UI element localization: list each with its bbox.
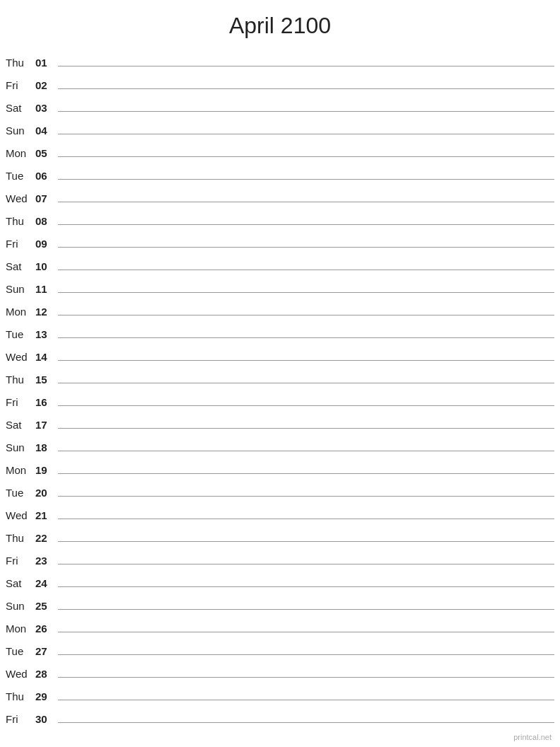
day-number: 06 — [35, 170, 55, 182]
day-line — [58, 722, 554, 723]
day-row: Thu22 — [6, 523, 554, 545]
day-number: 14 — [35, 351, 55, 363]
day-line — [58, 451, 554, 451]
page-title: April 2100 — [0, 0, 560, 47]
day-row: Mon12 — [6, 296, 554, 319]
day-row: Fri23 — [6, 545, 554, 568]
day-number: 05 — [35, 147, 55, 159]
day-line — [58, 428, 554, 429]
day-number: 17 — [35, 419, 55, 431]
day-row: Wed21 — [6, 500, 554, 523]
day-line — [58, 179, 554, 180]
day-row: Wed07 — [6, 183, 554, 206]
day-row: Wed14 — [6, 342, 554, 364]
day-number: 07 — [35, 192, 55, 204]
day-number: 15 — [35, 374, 55, 386]
day-line — [58, 360, 554, 361]
day-name: Sat — [6, 102, 35, 114]
calendar-rows: Thu01Fri02Sat03Sun04Mon05Tue06Wed07Thu08… — [0, 47, 560, 726]
day-row: Thu01 — [6, 47, 554, 70]
day-line — [58, 88, 554, 89]
day-name: Mon — [6, 306, 35, 318]
day-number: 10 — [35, 260, 55, 272]
day-row: Fri09 — [6, 228, 554, 251]
day-name: Wed — [6, 192, 35, 204]
day-row: Sun04 — [6, 115, 554, 138]
day-row: Sat10 — [6, 251, 554, 274]
day-number: 29 — [35, 690, 55, 702]
day-row: Fri30 — [6, 704, 554, 726]
day-name: Sat — [6, 260, 35, 272]
day-line — [58, 224, 554, 225]
day-line — [58, 247, 554, 248]
day-row: Fri16 — [6, 387, 554, 410]
day-number: 21 — [35, 509, 55, 521]
day-line — [58, 111, 554, 112]
day-row: Tue20 — [6, 477, 554, 500]
day-name: Thu — [6, 57, 35, 69]
day-row: Thu29 — [6, 681, 554, 704]
day-number: 02 — [35, 79, 55, 91]
day-number: 08 — [35, 215, 55, 227]
day-line — [58, 700, 554, 700]
day-line — [58, 315, 554, 315]
day-number: 09 — [35, 238, 55, 250]
day-row: Sat24 — [6, 568, 554, 591]
day-line — [58, 134, 554, 134]
day-row: Mon05 — [6, 138, 554, 161]
day-name: Fri — [6, 238, 35, 250]
day-number: 27 — [35, 645, 55, 657]
day-number: 25 — [35, 600, 55, 612]
day-number: 23 — [35, 555, 55, 567]
day-row: Tue13 — [6, 319, 554, 342]
day-number: 26 — [35, 622, 55, 635]
day-row: Sun25 — [6, 591, 554, 613]
day-number: 01 — [35, 57, 55, 69]
day-name: Fri — [6, 713, 35, 725]
day-name: Mon — [6, 464, 35, 476]
day-name: Sat — [6, 419, 35, 431]
day-line — [58, 632, 554, 632]
day-name: Mon — [6, 147, 35, 159]
day-name: Wed — [6, 668, 35, 680]
day-row: Thu15 — [6, 364, 554, 387]
watermark: printcal.net — [513, 733, 552, 741]
day-line — [58, 156, 554, 157]
day-row: Thu08 — [6, 206, 554, 228]
day-row: Sat03 — [6, 93, 554, 115]
day-name: Sat — [6, 577, 35, 589]
day-line — [58, 337, 554, 338]
day-name: Tue — [6, 645, 35, 657]
day-name: Sun — [6, 600, 35, 612]
day-line — [58, 496, 554, 497]
day-name: Fri — [6, 79, 35, 91]
day-number: 28 — [35, 668, 55, 680]
day-line — [58, 202, 554, 202]
day-number: 12 — [35, 306, 55, 318]
day-line — [58, 677, 554, 678]
day-number: 04 — [35, 124, 55, 137]
day-name: Thu — [6, 690, 35, 702]
day-row: Tue06 — [6, 161, 554, 183]
day-name: Wed — [6, 351, 35, 363]
day-number: 30 — [35, 713, 55, 725]
day-number: 24 — [35, 577, 55, 589]
day-row: Sun18 — [6, 432, 554, 455]
day-row: Sun11 — [6, 274, 554, 296]
day-number: 19 — [35, 464, 55, 476]
day-line — [58, 586, 554, 587]
day-name: Thu — [6, 374, 35, 386]
day-line — [58, 383, 554, 383]
day-name: Thu — [6, 215, 35, 227]
day-line — [58, 405, 554, 406]
day-row: Tue27 — [6, 636, 554, 659]
day-name: Tue — [6, 328, 35, 340]
day-number: 20 — [35, 487, 55, 499]
day-name: Fri — [6, 396, 35, 408]
day-name: Wed — [6, 509, 35, 521]
day-name: Fri — [6, 555, 35, 567]
day-name: Sun — [6, 124, 35, 137]
day-number: 22 — [35, 532, 55, 544]
day-row: Wed28 — [6, 659, 554, 681]
day-number: 13 — [35, 328, 55, 340]
